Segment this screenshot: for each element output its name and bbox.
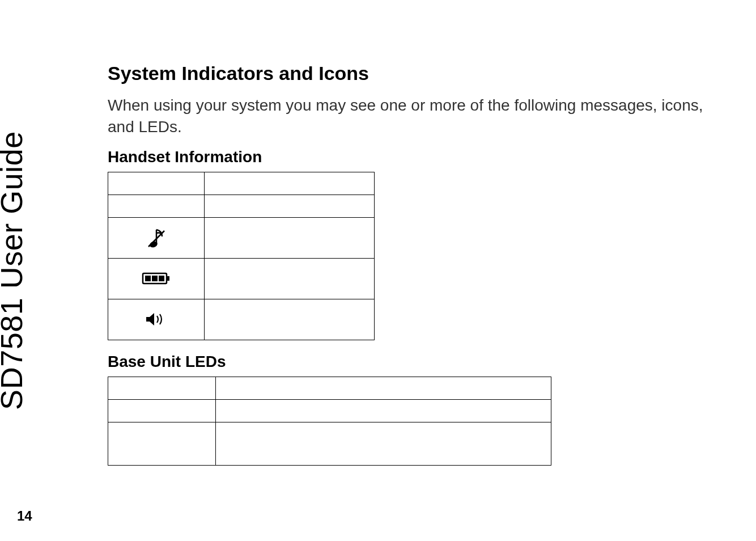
- svg-rect-7: [159, 276, 164, 281]
- speaker-icon: [108, 299, 204, 340]
- table-row: [108, 422, 551, 465]
- table-row: [108, 377, 551, 399]
- table-cell: [205, 299, 375, 340]
- table-cell: [216, 377, 551, 399]
- table-cell: [216, 399, 551, 422]
- table-cell: [216, 422, 551, 465]
- intro-paragraph: When using your system you may see one o…: [108, 95, 711, 138]
- table-cell: [205, 172, 375, 195]
- handset-info-heading: Handset Information: [108, 148, 711, 166]
- table-cell: [108, 172, 205, 195]
- table-cell: [108, 217, 205, 258]
- table-row: [108, 258, 375, 299]
- base-unit-table: [108, 377, 551, 466]
- table-cell: [108, 258, 205, 299]
- table-cell: [108, 377, 216, 399]
- svg-rect-4: [167, 276, 169, 281]
- table-cell: [108, 399, 216, 422]
- table-row: [108, 299, 375, 340]
- base-unit-heading: Base Unit LEDs: [108, 353, 711, 371]
- table-row: [108, 195, 375, 217]
- table-cell: [205, 217, 375, 258]
- table-row: [108, 217, 375, 258]
- battery-icon: [108, 259, 204, 299]
- table-cell: [205, 258, 375, 299]
- table-cell: [108, 195, 205, 217]
- section-heading: System Indicators and Icons: [108, 62, 711, 84]
- table-cell: [108, 422, 216, 465]
- table-cell: [205, 195, 375, 217]
- table-cell: [108, 299, 205, 340]
- spine-title: SD7581 User Guide: [0, 131, 29, 410]
- handset-info-table: [108, 172, 375, 340]
- page-number: 14: [17, 508, 32, 524]
- svg-rect-6: [152, 276, 158, 281]
- music-note-icon: [108, 218, 204, 258]
- table-row: [108, 172, 375, 195]
- table-row: [108, 399, 551, 422]
- svg-rect-5: [145, 276, 151, 281]
- main-content: System Indicators and Icons When using y…: [108, 62, 711, 466]
